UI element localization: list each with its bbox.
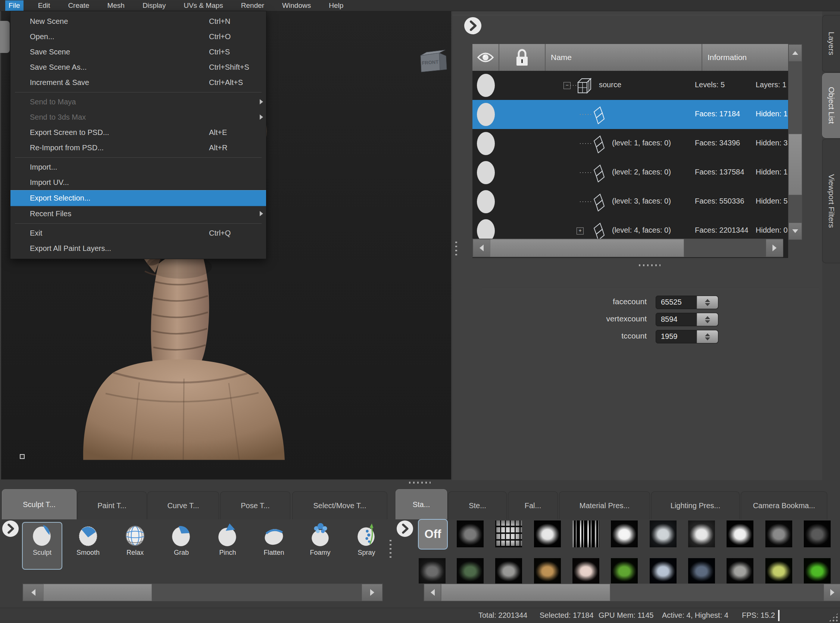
menu-item-recent-files[interactable]: Recent Files (11, 206, 266, 221)
vertexcount-stepper[interactable] (697, 313, 718, 326)
menu-item-import[interactable]: Import... (11, 160, 266, 175)
collapse-panel-button[interactable] (464, 17, 482, 34)
view-cube-front[interactable]: FRONT (417, 48, 451, 76)
menu-mesh[interactable]: Mesh (104, 0, 128, 11)
menu-item-save-scene-as[interactable]: Save Scene As... Ctrl+Shift+S (11, 60, 266, 75)
scroll-left-button[interactable] (23, 584, 44, 601)
stamp-soft-gradient[interactable] (650, 520, 677, 547)
stamp-grass[interactable] (611, 558, 638, 583)
tab-stencils[interactable]: Ste... (448, 491, 507, 519)
menu-item-exit[interactable]: Exit Ctrl+Q (11, 226, 266, 241)
menu-item-reimport-psd[interactable]: Re-Import from PSD... Alt+R (11, 140, 266, 155)
vertexcount-field[interactable]: 8594 (655, 313, 718, 326)
stamp-light-rocks[interactable] (650, 558, 677, 583)
scrollbar-thumb[interactable] (441, 584, 610, 601)
menu-item-new-scene[interactable]: New Scene Ctrl+N (11, 14, 266, 29)
stamp-faint-speckle[interactable] (765, 520, 792, 547)
tab-material-presets[interactable]: Material Pres... (559, 491, 650, 519)
visibility-toggle[interactable] (477, 132, 495, 155)
tccount-field[interactable]: 1959 (655, 330, 718, 344)
collapse-expander[interactable] (563, 82, 571, 89)
stamp-foliage[interactable] (804, 558, 831, 583)
stamp-wood-chips[interactable] (534, 558, 561, 583)
menu-item-export-all-paint-layers[interactable]: Export All Paint Layers... (11, 241, 266, 256)
visibility-toggle[interactable] (477, 74, 495, 97)
stamps-hscrollbar[interactable] (423, 583, 840, 602)
object-row-level-1[interactable]: (level: 1, faces: 0) Faces: 34396 Hidden… (472, 129, 788, 158)
scrollbar-thumb[interactable] (789, 134, 802, 195)
object-row-level-2[interactable]: (level: 2, faces: 0) Faces: 137584 Hidde… (472, 158, 788, 187)
scroll-right-button[interactable] (362, 584, 383, 601)
tool-sculpt[interactable]: Sculpt (22, 522, 62, 570)
tab-object-list[interactable]: Object List (822, 73, 840, 138)
menu-windows[interactable]: Windows (279, 0, 314, 11)
menu-create[interactable]: Create (65, 0, 92, 11)
stamp-off-button[interactable]: Off (418, 519, 448, 549)
tab-pose-tools[interactable]: Pose T... (220, 491, 290, 519)
scroll-down-button[interactable] (789, 222, 802, 240)
tab-select-move-tools[interactable]: Select/Move T... (292, 491, 387, 519)
stamp-gravel[interactable] (726, 558, 754, 583)
stamp-brick-grid[interactable] (495, 520, 522, 547)
collapsed-west-tray-handle[interactable] (0, 21, 10, 53)
tab-sculpt-tools[interactable]: Sculpt T... (2, 489, 77, 519)
stamp-bark-blur[interactable] (419, 558, 446, 583)
visibility-column-header[interactable] (472, 44, 499, 71)
facecount-field[interactable]: 65525 (655, 296, 718, 309)
tool-grab[interactable]: Grab (162, 523, 201, 569)
expand-expander[interactable] (577, 227, 584, 235)
scroll-left-button[interactable] (424, 584, 441, 601)
object-list-vscrollbar[interactable] (788, 44, 802, 240)
menu-item-export-selection[interactable]: Export Selection... (11, 190, 266, 206)
object-row-level-3[interactable]: (level: 3, faces: 0) Faces: 550336 Hidde… (472, 187, 788, 216)
menu-item-save-scene[interactable]: Save Scene Ctrl+S (11, 44, 266, 60)
stamp-sparse-dots[interactable] (804, 520, 831, 547)
panel-splitter-handle[interactable] (455, 242, 457, 257)
tray-splitter-handle[interactable] (389, 540, 391, 558)
menu-edit[interactable]: Edit (35, 0, 54, 11)
menu-item-open[interactable]: Open... Ctrl+O (11, 29, 266, 44)
tray-scroll-button[interactable] (397, 520, 413, 537)
tool-relax[interactable]: Relax (116, 523, 154, 569)
tray-scroll-button[interactable] (2, 520, 18, 537)
stamp-leaves[interactable] (765, 558, 792, 583)
tab-viewport-filters[interactable]: Viewport Filters (822, 139, 840, 263)
tools-hscrollbar[interactable] (22, 583, 383, 602)
stamp-dark-pebbles[interactable] (688, 558, 715, 583)
tab-lighting-presets[interactable]: Lighting Pres... (651, 491, 740, 519)
tool-spray[interactable]: Spray (347, 523, 386, 569)
object-row-selected-level[interactable]: Faces: 17184 Hidden: 1 (472, 100, 788, 129)
tab-paint-tools[interactable]: Paint T... (77, 491, 147, 519)
tool-foamy[interactable]: Foamy (301, 523, 340, 569)
tab-camera-bookmarks[interactable]: Camera Bookma... (741, 491, 827, 519)
tccount-stepper[interactable] (697, 330, 718, 343)
stamp-pink-fluff[interactable] (572, 558, 599, 583)
panel-splitter-handle[interactable] (639, 264, 660, 266)
stamp-bright-noise[interactable] (688, 520, 715, 547)
stamp-moss-specks[interactable] (457, 558, 484, 583)
menu-file[interactable]: File (5, 0, 23, 11)
visibility-toggle[interactable] (477, 161, 495, 184)
scroll-right-button[interactable] (823, 584, 840, 601)
tab-layers[interactable]: Layers (822, 15, 840, 72)
resize-grip[interactable] (828, 612, 839, 622)
object-row-source[interactable]: source Levels: 5 Layers: 1 (472, 71, 788, 100)
tool-flatten[interactable]: Flatten (254, 523, 293, 569)
scroll-up-button[interactable] (789, 44, 802, 61)
tab-stamps[interactable]: Sta... (395, 489, 447, 519)
visibility-toggle[interactable] (477, 103, 495, 126)
visibility-toggle[interactable] (477, 190, 495, 213)
scroll-right-button[interactable] (766, 239, 783, 257)
stamp-v-streaks[interactable] (572, 520, 599, 547)
tool-smooth[interactable]: Smooth (69, 523, 108, 569)
tab-curve-tools[interactable]: Curve T... (148, 491, 219, 519)
object-list-hscrollbar[interactable] (472, 239, 783, 257)
menu-display[interactable]: Display (139, 0, 169, 11)
stamp-stone[interactable] (495, 558, 522, 583)
menu-item-increment-save[interactable]: Increment & Save Ctrl+Alt+S (11, 75, 266, 90)
menu-uvs-maps[interactable]: UVs & Maps (180, 0, 226, 11)
information-column-header[interactable]: Information (702, 44, 788, 71)
lock-column-header[interactable] (499, 44, 546, 71)
facecount-stepper[interactable] (697, 296, 718, 309)
menu-item-import-uv[interactable]: Import UV... (11, 175, 266, 190)
